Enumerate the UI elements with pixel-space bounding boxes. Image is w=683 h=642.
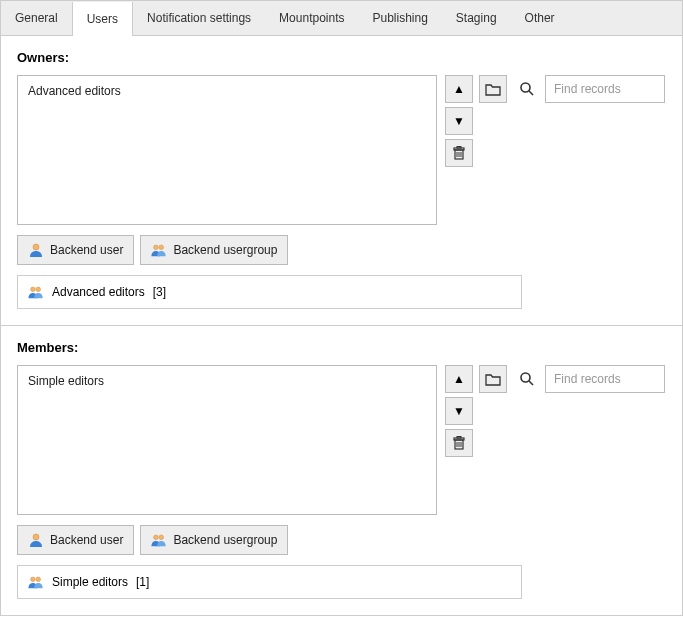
owners-search-icon-wrap (513, 75, 541, 103)
tabs: General Users Notification settings Moun… (1, 1, 682, 36)
triangle-up-icon: ▲ (453, 372, 465, 386)
trash-icon (451, 145, 467, 161)
owners-search (513, 75, 665, 103)
button-label: Backend user (50, 533, 123, 547)
folder-icon (485, 81, 501, 97)
members-section: Members: Simple editors ▲ ▼ (1, 325, 682, 615)
tab-staging[interactable]: Staging (442, 1, 511, 35)
owners-backend-usergroup-button[interactable]: Backend usergroup (140, 235, 288, 265)
members-list-row: Simple editors ▲ ▼ (17, 365, 666, 515)
owners-listbox[interactable]: Advanced editors (17, 75, 437, 225)
owners-side-controls: ▲ ▼ (445, 75, 665, 167)
owners-delete-button[interactable] (445, 139, 473, 167)
members-move-up-button[interactable]: ▲ (445, 365, 473, 393)
button-label: Backend usergroup (173, 533, 277, 547)
button-label: Backend usergroup (173, 243, 277, 257)
owners-move-up-button[interactable]: ▲ (445, 75, 473, 103)
record-label: Advanced editors (52, 285, 145, 299)
folder-icon (485, 371, 501, 387)
user-icon (28, 532, 44, 548)
members-backend-user-button[interactable]: Backend user (17, 525, 134, 555)
triangle-up-icon: ▲ (453, 82, 465, 96)
members-delete-button[interactable] (445, 429, 473, 457)
group-icon (151, 242, 167, 258)
record-count: [1] (136, 575, 149, 589)
tab-other[interactable]: Other (511, 1, 569, 35)
members-search-input[interactable] (545, 365, 665, 393)
triangle-down-icon: ▼ (453, 114, 465, 128)
tab-notification-settings[interactable]: Notification settings (133, 1, 265, 35)
tab-users[interactable]: Users (72, 2, 133, 36)
tab-general[interactable]: General (1, 1, 72, 35)
members-search-icon-wrap (513, 365, 541, 393)
members-button-row: Backend user Backend usergroup (17, 525, 666, 555)
trash-icon (451, 435, 467, 451)
button-label: Backend user (50, 243, 123, 257)
user-icon (28, 242, 44, 258)
record-label: Simple editors (52, 575, 128, 589)
members-browse-button[interactable] (479, 365, 507, 393)
group-icon (28, 284, 44, 300)
members-listbox[interactable]: Simple editors (17, 365, 437, 515)
owners-button-row: Backend user Backend usergroup (17, 235, 666, 265)
owners-record-row[interactable]: Advanced editors [3] (17, 275, 522, 309)
members-move-down-button[interactable]: ▼ (445, 397, 473, 425)
group-icon (28, 574, 44, 590)
group-icon (151, 532, 167, 548)
members-side-controls: ▲ ▼ (445, 365, 665, 457)
panel: General Users Notification settings Moun… (0, 0, 683, 616)
owners-section: Owners: Advanced editors ▲ ▼ (1, 36, 682, 325)
members-title: Members: (17, 340, 666, 355)
triangle-down-icon: ▼ (453, 404, 465, 418)
members-record-row[interactable]: Simple editors [1] (17, 565, 522, 599)
owners-search-input[interactable] (545, 75, 665, 103)
owners-move-down-button[interactable]: ▼ (445, 107, 473, 135)
owners-title: Owners: (17, 50, 666, 65)
search-icon (519, 371, 535, 387)
members-backend-usergroup-button[interactable]: Backend usergroup (140, 525, 288, 555)
search-icon (519, 81, 535, 97)
tab-publishing[interactable]: Publishing (358, 1, 441, 35)
listbox-item[interactable]: Advanced editors (28, 84, 426, 98)
tab-content: Owners: Advanced editors ▲ ▼ (1, 36, 682, 615)
tab-mountpoints[interactable]: Mountpoints (265, 1, 358, 35)
owners-list-row: Advanced editors ▲ ▼ (17, 75, 666, 225)
owners-backend-user-button[interactable]: Backend user (17, 235, 134, 265)
record-count: [3] (153, 285, 166, 299)
listbox-item[interactable]: Simple editors (28, 374, 426, 388)
members-search (513, 365, 665, 393)
owners-browse-button[interactable] (479, 75, 507, 103)
